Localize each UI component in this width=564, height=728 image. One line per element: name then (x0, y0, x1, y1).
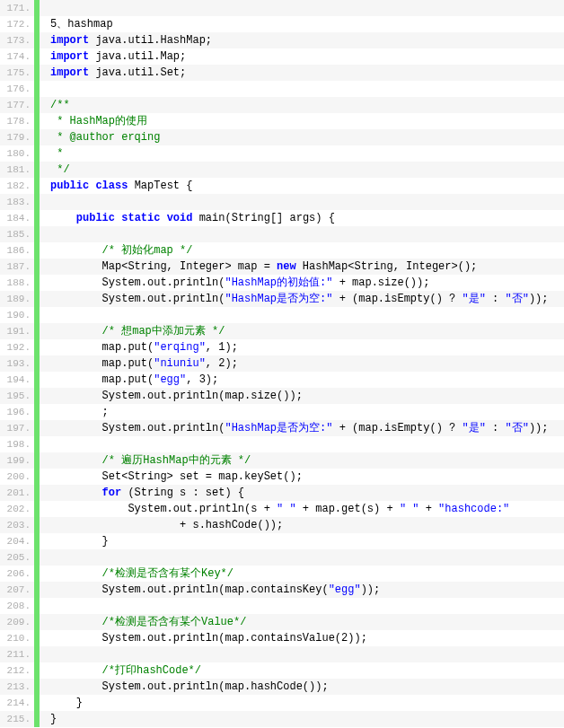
code-line: 200. Set<String> set = map.keySet(); (0, 469, 564, 485)
token-num: 3 (199, 373, 206, 386)
line-number: 183. (0, 194, 34, 210)
token-kw: import (50, 34, 89, 47)
code-line: 173.import java.util.HashMap; (0, 32, 564, 48)
line-content: System.out.println("HashMap是否为空:" + (map… (40, 420, 549, 436)
token-pl: , (206, 341, 218, 354)
code-line: 212. /*打印hashCode*/ (0, 662, 564, 679)
line-content: import java.util.Map; (40, 48, 186, 65)
token-pl (50, 2, 57, 14)
code-line: 195. System.out.println(map.size()); (0, 388, 564, 404)
token-pl: : (486, 293, 506, 305)
line-content: Map<String, Integer> map = new HashMap<S… (40, 259, 477, 275)
line-number: 198. (0, 436, 34, 452)
line-content: */ (40, 162, 70, 178)
code-line: 182.public class MapTest { (0, 178, 564, 194)
token-pl: 5、hashmap (50, 18, 113, 31)
line-content: * HashMap的使用 (40, 113, 147, 129)
line-number: 192. (0, 339, 34, 355)
line-content (40, 81, 57, 97)
line-content (40, 436, 57, 452)
line-number: 207. (0, 582, 34, 598)
code-line: 176. (0, 81, 564, 97)
line-content: System.out.println(s + " " + map.get(s) … (40, 501, 509, 517)
token-pl: : (486, 422, 506, 434)
token-str: "erqing" (154, 341, 206, 354)
token-cm: * (50, 147, 70, 160)
token-pl (50, 616, 102, 628)
token-str: " " (400, 503, 419, 515)
line-content: } (40, 711, 57, 727)
line-content: ; (40, 404, 109, 420)
token-str: "hashcode:" (438, 503, 509, 515)
token-kw: for (102, 487, 122, 499)
line-content: import java.util.HashMap; (40, 32, 212, 48)
token-str: "HashMap的初始值:" (225, 276, 332, 289)
line-content: + s.hashCode()); (40, 517, 283, 533)
code-line: 208. (0, 598, 564, 614)
code-line: 205. (0, 549, 564, 566)
code-line: 198. (0, 436, 564, 452)
code-line: 202. System.out.println(s + " " + map.ge… (0, 501, 564, 517)
token-pl: ; (50, 406, 109, 418)
token-cm: /*检测是否含有某个Key*/ (102, 567, 234, 580)
token-cm: /* 初始化map */ (102, 244, 193, 257)
token-pl: MapTest { (128, 180, 192, 192)
code-line: 178. * HashMap的使用 (0, 113, 564, 129)
token-pl: System.out.println( (50, 276, 225, 289)
line-content: } (40, 695, 83, 711)
line-content: for (String s : set) { (40, 485, 244, 501)
token-pl: main(String[] args) { (192, 212, 334, 224)
code-line: 204. } (0, 533, 564, 549)
line-number: 213. (0, 679, 34, 695)
code-line: 206. /*检测是否含有某个Key*/ (0, 566, 564, 582)
line-content (40, 646, 57, 662)
token-cm: /* 想map中添加元素 */ (102, 325, 225, 338)
code-line: 177./** (0, 97, 564, 113)
token-kw: static (121, 212, 160, 224)
line-number: 191. (0, 323, 34, 339)
line-number: 208. (0, 598, 34, 614)
token-pl (50, 600, 57, 612)
code-block: 171. 172.5、hashmap173.import java.util.H… (0, 0, 564, 727)
code-line: 203. + s.hashCode()); (0, 517, 564, 533)
token-pl: Map<String, Integer> map = (50, 260, 277, 273)
line-content: map.put("erqing", 1); (40, 339, 238, 355)
token-kw: void (167, 212, 193, 224)
line-number: 215. (0, 711, 34, 727)
code-line: 190. (0, 307, 564, 323)
token-pl: System.out.println( (50, 293, 225, 305)
line-number: 173. (0, 32, 34, 48)
line-content: /* 初始化map */ (40, 242, 192, 259)
token-kw: public (50, 180, 89, 192)
token-pl: java.util.Set; (89, 66, 186, 79)
token-str: "是" (462, 293, 485, 305)
token-pl: )); (529, 422, 549, 434)
code-line: 186. /* 初始化map */ (0, 242, 564, 259)
token-cm: * @author erqing (50, 131, 160, 144)
token-str: "HashMap是否为空:" (225, 293, 332, 305)
code-line: 175.import java.util.Set; (0, 65, 564, 81)
token-str: "niuniu" (154, 357, 206, 370)
line-number: 174. (0, 48, 34, 65)
token-pl (50, 567, 102, 580)
token-cm: /*检测是否含有某个Value*/ (102, 616, 247, 628)
line-content: public class MapTest { (40, 178, 192, 194)
token-pl: + map.size()); (332, 276, 429, 289)
token-pl: } (50, 713, 57, 725)
token-pl: map.put( (50, 357, 154, 370)
token-cm: /** (50, 99, 70, 111)
line-number: 186. (0, 242, 34, 259)
token-pl: Set<String> set = map.keySet(); (50, 470, 303, 483)
token-pl: System.out.println(map.size()); (50, 390, 303, 402)
line-number: 200. (0, 469, 34, 485)
code-line: 201. for (String s : set) { (0, 485, 564, 501)
token-str: "egg" (329, 583, 361, 596)
code-line: 199. /* 遍历HashMap中的元素 */ (0, 452, 564, 469)
token-pl (50, 212, 76, 224)
line-number: 204. (0, 533, 34, 549)
line-number: 180. (0, 145, 34, 162)
token-pl: map.put( (50, 373, 154, 386)
token-pl: ); (206, 373, 218, 386)
line-content: * @author erqing (40, 129, 160, 145)
token-str: "HashMap是否为空:" (225, 422, 332, 434)
